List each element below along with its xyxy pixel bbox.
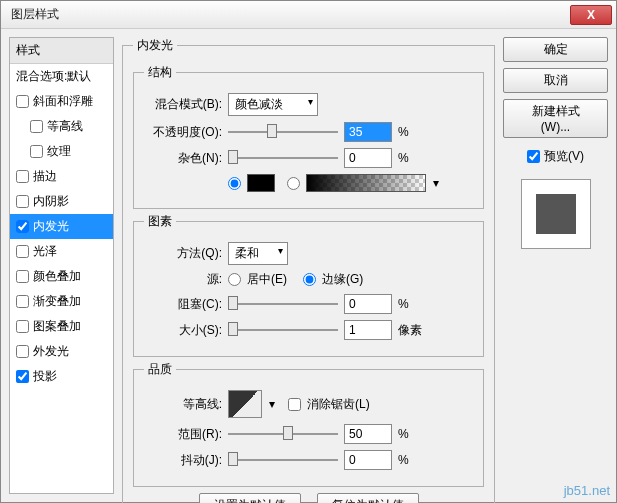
cancel-button[interactable]: 取消 — [503, 68, 608, 93]
sidebar-checkbox-3[interactable] — [30, 145, 43, 158]
structure-legend: 结构 — [144, 64, 176, 81]
jitter-input[interactable]: 0 — [344, 450, 392, 470]
choke-slider[interactable] — [228, 296, 338, 312]
opacity-input[interactable]: 35 — [344, 122, 392, 142]
size-input[interactable]: 1 — [344, 320, 392, 340]
source-center-radio[interactable]: 居中(E) — [228, 271, 287, 288]
sidebar-checkbox-12[interactable] — [16, 370, 29, 383]
reset-default-button[interactable]: 复位为默认值 — [317, 493, 419, 503]
sidebar-item-12[interactable]: 投影 — [10, 364, 113, 389]
sidebar-checkbox-1[interactable] — [16, 95, 29, 108]
color-swatch[interactable] — [247, 174, 275, 192]
sidebar-checkbox-7[interactable] — [16, 245, 29, 258]
sidebar-item-3[interactable]: 纹理 — [10, 139, 113, 164]
sidebar-item-2[interactable]: 等高线 — [10, 114, 113, 139]
right-column: 确定 取消 新建样式(W)... 预览(V) — [503, 37, 608, 494]
opacity-label: 不透明度(O): — [144, 124, 222, 141]
sidebar-label-12: 投影 — [33, 368, 57, 385]
styles-sidebar: 样式 混合选项:默认斜面和浮雕等高线纹理描边内阴影内发光光泽颜色叠加渐变叠加图案… — [9, 37, 114, 494]
noise-unit: % — [398, 151, 428, 165]
preview-box — [521, 179, 591, 249]
size-slider[interactable] — [228, 322, 338, 338]
watermark: jb51.net — [564, 483, 610, 498]
quality-group: 品质 等高线: 消除锯齿(L) 范围(R): 50 % 抖动(J): — [133, 361, 484, 487]
jitter-label: 抖动(J): — [144, 452, 222, 469]
jitter-unit: % — [398, 453, 428, 467]
sidebar-checkbox-9[interactable] — [16, 295, 29, 308]
sidebar-checkbox-6[interactable] — [16, 220, 29, 233]
new-style-button[interactable]: 新建样式(W)... — [503, 99, 608, 138]
sidebar-header: 样式 — [10, 38, 113, 64]
sidebar-checkbox-2[interactable] — [30, 120, 43, 133]
ok-button[interactable]: 确定 — [503, 37, 608, 62]
size-unit: 像素 — [398, 322, 428, 339]
color-radio[interactable] — [228, 177, 241, 190]
sidebar-label-9: 渐变叠加 — [33, 293, 81, 310]
contour-label: 等高线: — [144, 396, 222, 413]
sidebar-item-6[interactable]: 内发光 — [10, 214, 113, 239]
gradient-radio[interactable] — [287, 177, 300, 190]
main-panel: 内发光 结构 混合模式(B): 颜色减淡 不透明度(O): 35 % 杂色(N) — [122, 37, 495, 494]
titlebar: 图层样式 X — [1, 1, 616, 29]
sidebar-item-1[interactable]: 斜面和浮雕 — [10, 89, 113, 114]
sidebar-item-11[interactable]: 外发光 — [10, 339, 113, 364]
sidebar-label-10: 图案叠加 — [33, 318, 81, 335]
size-label: 大小(S): — [144, 322, 222, 339]
range-input[interactable]: 50 — [344, 424, 392, 444]
range-unit: % — [398, 427, 428, 441]
inner-glow-group: 内发光 结构 混合模式(B): 颜色减淡 不透明度(O): 35 % 杂色(N) — [122, 37, 495, 503]
sidebar-label-5: 内阴影 — [33, 193, 69, 210]
noise-input[interactable]: 0 — [344, 148, 392, 168]
opacity-slider[interactable] — [228, 124, 338, 140]
window-title: 图层样式 — [5, 6, 59, 23]
noise-slider[interactable] — [228, 150, 338, 166]
sidebar-item-8[interactable]: 颜色叠加 — [10, 264, 113, 289]
choke-input[interactable]: 0 — [344, 294, 392, 314]
gradient-swatch[interactable] — [306, 174, 426, 192]
sidebar-label-4: 描边 — [33, 168, 57, 185]
noise-label: 杂色(N): — [144, 150, 222, 167]
sidebar-label-0: 混合选项:默认 — [16, 68, 91, 85]
quality-legend: 品质 — [144, 361, 176, 378]
sidebar-checkbox-10[interactable] — [16, 320, 29, 333]
sidebar-item-10[interactable]: 图案叠加 — [10, 314, 113, 339]
structure-group: 结构 混合模式(B): 颜色减淡 不透明度(O): 35 % 杂色(N): — [133, 64, 484, 209]
opacity-unit: % — [398, 125, 428, 139]
elements-group: 图素 方法(Q): 柔和 源: 居中(E) 边缘(G) 阻塞(C): 0 — [133, 213, 484, 357]
sidebar-checkbox-11[interactable] — [16, 345, 29, 358]
range-label: 范围(R): — [144, 426, 222, 443]
sidebar-label-3: 纹理 — [47, 143, 71, 160]
panel-title: 内发光 — [133, 37, 177, 54]
source-edge-radio[interactable]: 边缘(G) — [303, 271, 363, 288]
close-icon: X — [587, 8, 595, 22]
antialias-checkbox[interactable]: 消除锯齿(L) — [288, 396, 370, 413]
choke-label: 阻塞(C): — [144, 296, 222, 313]
contour-picker[interactable] — [228, 390, 262, 418]
source-label: 源: — [144, 271, 222, 288]
sidebar-item-9[interactable]: 渐变叠加 — [10, 289, 113, 314]
sidebar-label-6: 内发光 — [33, 218, 69, 235]
preview-swatch — [536, 194, 576, 234]
sidebar-label-2: 等高线 — [47, 118, 83, 135]
method-label: 方法(Q): — [144, 245, 222, 262]
blend-mode-combo[interactable]: 颜色减淡 — [228, 93, 318, 116]
sidebar-label-8: 颜色叠加 — [33, 268, 81, 285]
sidebar-item-5[interactable]: 内阴影 — [10, 189, 113, 214]
blend-mode-label: 混合模式(B): — [144, 96, 222, 113]
sidebar-item-4[interactable]: 描边 — [10, 164, 113, 189]
jitter-slider[interactable] — [228, 452, 338, 468]
close-button[interactable]: X — [570, 5, 612, 25]
preview-checkbox[interactable]: 预览(V) — [503, 148, 608, 165]
range-slider[interactable] — [228, 426, 338, 442]
elements-legend: 图素 — [144, 213, 176, 230]
sidebar-checkbox-5[interactable] — [16, 195, 29, 208]
sidebar-label-11: 外发光 — [33, 343, 69, 360]
sidebar-checkbox-8[interactable] — [16, 270, 29, 283]
sidebar-checkbox-4[interactable] — [16, 170, 29, 183]
sidebar-label-7: 光泽 — [33, 243, 57, 260]
method-combo[interactable]: 柔和 — [228, 242, 288, 265]
sidebar-item-0[interactable]: 混合选项:默认 — [10, 64, 113, 89]
choke-unit: % — [398, 297, 428, 311]
sidebar-item-7[interactable]: 光泽 — [10, 239, 113, 264]
make-default-button[interactable]: 设置为默认值 — [199, 493, 301, 503]
